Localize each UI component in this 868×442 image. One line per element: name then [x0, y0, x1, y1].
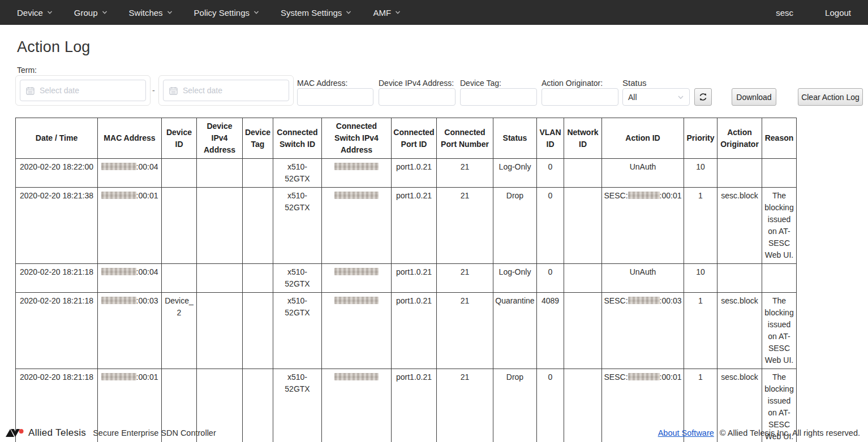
- date-to-input[interactable]: Select date: [163, 80, 289, 101]
- table-cell: 0: [537, 264, 564, 293]
- redacted-text: [334, 268, 379, 275]
- table-cell: [564, 264, 602, 293]
- column-header: Device IPv4 Address: [197, 118, 243, 159]
- table-cell: :00:04: [98, 159, 162, 188]
- nav-item-label: Switches: [129, 8, 163, 18]
- nav-item-label: Group: [74, 8, 98, 18]
- chevron-down-icon: [677, 94, 684, 101]
- table-row: 2020-02-20 18:21:18:00:04x510-52GTXport1…: [16, 264, 797, 293]
- table-cell: 2020-02-20 18:21:38: [16, 188, 98, 264]
- table-cell: :00:03: [98, 293, 162, 369]
- date-from-picker[interactable]: Select date: [15, 75, 151, 106]
- table-cell: Device_2: [162, 293, 197, 369]
- table-cell: Log-Only: [493, 159, 537, 188]
- chevron-down-icon: [47, 10, 53, 15]
- device-ipv4-input[interactable]: [379, 88, 456, 106]
- redacted-text: [628, 192, 660, 199]
- redacted-text: [101, 192, 136, 199]
- date-from-input[interactable]: Select date: [20, 80, 146, 101]
- redacted-text: [334, 373, 379, 380]
- table-cell: 4089: [537, 293, 564, 369]
- column-header: Connected Port Number: [437, 118, 493, 159]
- table-cell: [322, 188, 392, 264]
- cell-text: port1.0.21: [396, 296, 432, 305]
- brand-name: Allied Telesis: [28, 427, 86, 439]
- table-cell: [322, 293, 392, 369]
- page-footer: Allied Telesis Secure Enterprise SDN Con…: [0, 424, 868, 442]
- date-to-picker[interactable]: Select date: [158, 75, 294, 106]
- status-select[interactable]: All: [622, 88, 690, 106]
- product-name: Secure Enterprise SDN Controller: [93, 428, 216, 437]
- nav-item-group[interactable]: Group: [66, 0, 115, 25]
- status-label: Status: [622, 78, 647, 88]
- cell-text: Drop: [506, 372, 523, 382]
- table-cell: SESC::00:01: [602, 188, 684, 264]
- table-cell: 1: [684, 293, 717, 369]
- table-cell: 0: [537, 188, 564, 264]
- table-cell: 10: [684, 264, 717, 293]
- nav-item-label: Policy Settings: [194, 8, 250, 18]
- table-cell: [197, 293, 243, 369]
- table-cell: Drop: [493, 188, 537, 264]
- cell-text: 2020-02-20 18:21:18: [20, 372, 93, 382]
- column-header: Connected Switch ID: [273, 118, 322, 159]
- nav-item-amf[interactable]: AMF: [365, 0, 409, 25]
- nav-menu: Device Group Switches Policy Settings Sy…: [9, 0, 409, 25]
- table-cell: [243, 188, 273, 264]
- cell-text: :00:01: [660, 191, 682, 200]
- nav-item-label: System Settings: [281, 8, 342, 18]
- cell-text: :00:04: [136, 162, 158, 171]
- column-header: Device ID: [162, 118, 197, 159]
- cell-text: :00:01: [136, 191, 158, 200]
- table-cell: UnAuth: [602, 264, 684, 293]
- nav-item-device[interactable]: Device: [9, 0, 61, 25]
- table-cell: Log-Only: [493, 264, 537, 293]
- cell-text: SESC:: [604, 296, 628, 305]
- cell-text: 0: [548, 267, 553, 276]
- refresh-button[interactable]: [694, 88, 712, 106]
- about-software-link[interactable]: About Software: [658, 428, 714, 437]
- nav-item-policy-settings[interactable]: Policy Settings: [186, 0, 267, 25]
- table-cell: sesc.block: [717, 293, 762, 369]
- cell-text: 10: [696, 267, 705, 276]
- cell-text: 21: [461, 267, 470, 276]
- table-cell: [197, 188, 243, 264]
- chevron-down-icon: [395, 10, 401, 15]
- cell-text: Log-Only: [499, 267, 531, 276]
- column-header: Device Tag: [243, 118, 273, 159]
- cell-text: port1.0.21: [396, 162, 432, 171]
- redacted-text: [334, 297, 379, 304]
- cell-text: :00:03: [136, 296, 158, 305]
- cell-text: 4089: [542, 296, 559, 305]
- download-button[interactable]: Download: [732, 88, 776, 106]
- table-cell: port1.0.21: [392, 159, 437, 188]
- cell-text: 0: [548, 191, 553, 200]
- nav-item-label: Device: [17, 8, 43, 18]
- cell-text: 21: [461, 296, 470, 305]
- nav-item-switches[interactable]: Switches: [121, 0, 181, 25]
- table-cell: [322, 159, 392, 188]
- table-cell: x510-52GTX: [273, 188, 322, 264]
- mac-address-input[interactable]: [297, 88, 373, 106]
- table-cell: [762, 264, 797, 293]
- table-row: 2020-02-20 18:22:00:00:04x510-52GTXport1…: [16, 159, 797, 188]
- action-originator-input[interactable]: [542, 88, 618, 106]
- status-selected-value: All: [628, 93, 637, 102]
- table-header-row: Date / TimeMAC AddressDevice IDDevice IP…: [16, 118, 797, 159]
- cell-text: 10: [696, 162, 705, 171]
- table-cell: :00:01: [98, 188, 162, 264]
- clear-action-log-button[interactable]: Clear Action Log: [798, 88, 863, 106]
- device-tag-input[interactable]: [460, 88, 537, 106]
- cell-text: :00:03: [660, 296, 682, 305]
- logout-button[interactable]: Logout: [817, 8, 859, 18]
- cell-text: sesc.block: [721, 372, 758, 382]
- column-header: Action ID: [602, 118, 684, 159]
- column-header: Date / Time: [16, 118, 98, 159]
- action-originator-label: Action Originator:: [542, 79, 603, 88]
- nav-item-system-settings[interactable]: System Settings: [273, 0, 359, 25]
- redacted-text: [101, 163, 136, 170]
- cell-text: x510-52GTX: [285, 191, 310, 212]
- column-header: Connected Port ID: [392, 118, 437, 159]
- table-cell: 21: [437, 264, 493, 293]
- date-from-placeholder: Select date: [40, 86, 79, 95]
